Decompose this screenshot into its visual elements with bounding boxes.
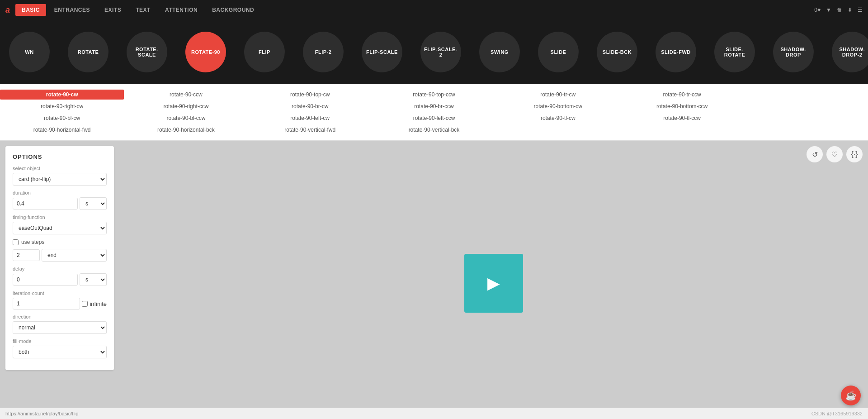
anim-rotate-90-top-cw[interactable]: rotate-90-top-cw <box>248 90 372 100</box>
anim-rotate-90-left-ccw[interactable]: rotate-90-left-ccw <box>372 113 496 123</box>
teal-arrow-icon: ▶ <box>487 274 500 293</box>
anim-rotate-90-right-ccw[interactable]: rotate-90-right-ccw <box>124 101 248 111</box>
preview-area: ↺ ♡ {·} ▶ <box>119 141 868 419</box>
nav-exits[interactable]: EXITS <box>98 4 127 16</box>
circle-flip[interactable]: FLIP <box>235 27 294 77</box>
duration-input[interactable] <box>13 198 78 210</box>
options-title: OPTIONS <box>13 153 107 160</box>
steps-row: end start <box>13 249 107 262</box>
direction-group: direction normal reverse alternate alter… <box>13 314 107 334</box>
credit: CSDN @T3165919332 <box>811 411 863 416</box>
circle-rotate-scale[interactable]: ROTATE-SCALE <box>118 27 176 77</box>
select-object-select[interactable]: card (hor-flip) card (ver-flip) box text <box>13 173 107 186</box>
circle-flip-scale-2[interactable]: FLIP-SCALE-2 <box>411 27 470 77</box>
timing-function-group: timing-function easeOutQuad linear easeI… <box>13 214 107 234</box>
anim-rotate-90-right-cw[interactable]: rotate-90-right-cw <box>0 101 124 111</box>
top-nav: a BASIC ENTRANCES EXITS TEXT ATTENTION B… <box>0 0 868 20</box>
circle-flip-2[interactable]: FLIP-2 <box>294 27 353 77</box>
heart-count[interactable]: 0♥ <box>814 7 821 13</box>
anim-empty-4 <box>496 125 620 135</box>
fill-mode-select[interactable]: both none forwards backwards <box>13 346 107 358</box>
anim-rotate-90-tr-ccw[interactable]: rotate-90-tr-ccw <box>620 90 744 100</box>
nav-background[interactable]: BACKGROUND <box>206 4 260 16</box>
anim-rotate-90-bottom-ccw[interactable]: rotate-90-bottom-ccw <box>620 101 744 111</box>
use-steps-checkbox[interactable] <box>13 239 19 245</box>
delay-row: s ms <box>13 273 107 286</box>
circle-flip-scale[interactable]: FLIP-SCALE <box>353 27 411 77</box>
circle-shadow-drop[interactable]: SHADOW-DROP <box>764 27 823 77</box>
animation-list: rotate-90-cw rotate-90-ccw rotate-90-top… <box>0 84 868 141</box>
nav-text[interactable]: TEXT <box>129 4 157 16</box>
duration-group: duration s ms <box>13 190 107 210</box>
fill-mode-group: fill-mode both none forwards backwards <box>13 338 107 358</box>
main-area: OPTIONS select object card (hor-flip) ca… <box>0 141 868 419</box>
circle-slide[interactable]: SLIDE <box>529 27 588 77</box>
nav-entrances[interactable]: ENTRANCES <box>48 4 96 16</box>
filter-icon[interactable]: ▼ <box>826 7 831 13</box>
anim-rotate-90-cw[interactable]: rotate-90-cw <box>0 90 124 100</box>
circle-rotate-90[interactable]: ROTATE-90 <box>176 27 235 77</box>
use-steps-row: use steps <box>13 239 107 245</box>
select-object-group: select object card (hor-flip) card (ver-… <box>13 166 107 186</box>
anim-rotate-90-bl-ccw[interactable]: rotate-90-bl-ccw <box>124 113 248 123</box>
direction-label: direction <box>13 314 107 319</box>
anim-rotate-90-horizontal-fwd[interactable]: rotate-90-horizontal-fwd <box>0 125 124 135</box>
anim-rotate-90-horizontal-bck[interactable]: rotate-90-horizontal-bck <box>124 125 248 135</box>
delay-input[interactable] <box>13 274 78 286</box>
refresh-button[interactable]: ↺ <box>807 146 823 162</box>
duration-unit-select[interactable]: s ms <box>80 197 107 210</box>
code-button[interactable]: {·} <box>846 146 863 162</box>
coffee-button[interactable]: ☕ <box>841 386 861 405</box>
circle-slide-bck[interactable]: SLIDE-BCK <box>588 27 646 77</box>
delay-unit-select[interactable]: s ms <box>80 273 107 286</box>
timing-function-select[interactable]: easeOutQuad linear easeIn easeOut easeIn… <box>13 222 107 234</box>
trash-icon[interactable]: 🗑 <box>837 7 842 13</box>
anim-rotate-90-vertical-fwd[interactable]: rotate-90-vertical-fwd <box>248 125 372 135</box>
circle-shadow-drop-2[interactable]: SHADOW-DROP-2 <box>823 27 868 77</box>
direction-select[interactable]: normal reverse alternate alternate-rever… <box>13 321 107 334</box>
circle-swing[interactable]: SWING <box>470 27 529 77</box>
iteration-count-row: infinite <box>13 298 107 309</box>
steps-end-select[interactable]: end start <box>42 249 107 262</box>
anim-rotate-90-br-ccw[interactable]: rotate-90-br-ccw <box>372 101 496 111</box>
anim-rotate-90-left-cw[interactable]: rotate-90-left-cw <box>248 113 372 123</box>
infinite-label: infinite <box>90 300 107 307</box>
anim-empty-3 <box>744 113 868 123</box>
nav-right: 0♥ ▼ 🗑 ⬇ ☰ <box>814 7 863 13</box>
anim-rotate-90-tr-cw[interactable]: rotate-90-tr-cw <box>496 90 620 100</box>
iteration-count-label: iteration-count <box>13 290 107 296</box>
heart-button[interactable]: ♡ <box>826 146 843 162</box>
logo: a <box>5 5 10 15</box>
anim-rotate-90-bl-cw[interactable]: rotate-90-bl-cw <box>0 113 124 123</box>
use-steps-label: use steps <box>21 239 44 245</box>
anim-rotate-90-vertical-bck[interactable]: rotate-90-vertical-bck <box>372 125 496 135</box>
anim-rotate-90-ccw[interactable]: rotate-90-ccw <box>124 90 248 100</box>
iteration-count-group: iteration-count infinite <box>13 290 107 309</box>
infinite-checkbox[interactable] <box>82 301 88 307</box>
circle-wn[interactable]: WN <box>0 27 59 77</box>
circle-slide-fwd[interactable]: SLIDE-FWD <box>646 27 705 77</box>
anim-empty-1 <box>744 90 868 100</box>
anim-rotate-90-bottom-cw[interactable]: rotate-90-bottom-cw <box>496 101 620 111</box>
iteration-count-input[interactable] <box>13 298 80 309</box>
download-icon[interactable]: ⬇ <box>848 7 852 13</box>
anim-rotate-90-br-cw[interactable]: rotate-90-br-cw <box>248 101 372 111</box>
teal-card: ▶ <box>464 254 523 313</box>
steps-group: end start <box>13 249 107 262</box>
heart-icon: ♡ <box>831 150 838 159</box>
nav-basic[interactable]: BASIC <box>15 4 46 16</box>
anim-rotate-90-top-ccw[interactable]: rotate-90-top-ccw <box>372 90 496 100</box>
menu-icon[interactable]: ☰ <box>858 7 863 13</box>
fill-mode-label: fill-mode <box>13 338 107 344</box>
select-object-label: select object <box>13 166 107 171</box>
anim-rotate-90-tl-ccw[interactable]: rotate-90-tl-ccw <box>620 113 744 123</box>
steps-input[interactable] <box>13 249 40 261</box>
nav-attention[interactable]: ATTENTION <box>159 4 204 16</box>
url-display: https://animista.net/play/basic/flip <box>5 411 78 416</box>
timing-function-label: timing-function <box>13 214 107 220</box>
anim-rotate-90-tl-cw[interactable]: rotate-90-tl-cw <box>496 113 620 123</box>
anim-empty-2 <box>744 101 868 111</box>
circle-rotate[interactable]: ROTATE <box>59 27 118 77</box>
anim-empty-5 <box>620 125 744 135</box>
circle-slide-rotate[interactable]: SLIDE-ROTATE <box>705 27 764 77</box>
